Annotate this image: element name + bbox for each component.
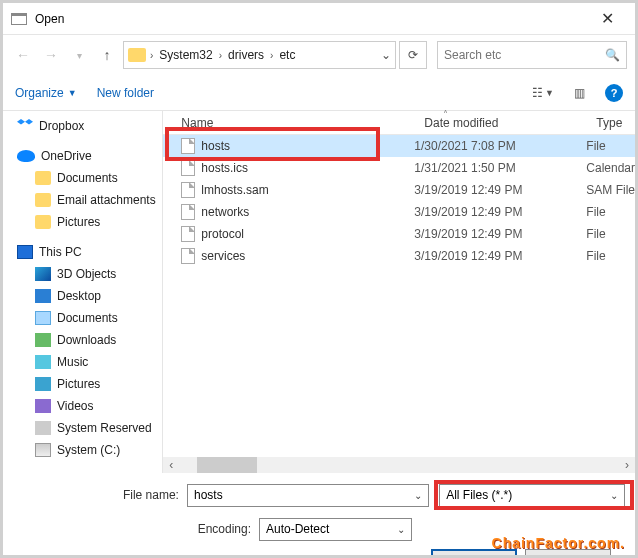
documents-icon [35, 311, 51, 325]
tree-od-documents[interactable]: Documents [3, 167, 162, 189]
file-row[interactable]: hosts1/30/2021 7:08 PMFile [163, 135, 635, 157]
file-type: File [586, 139, 605, 153]
chevron-down-icon[interactable]: ⌄ [397, 524, 405, 535]
file-type: Calendar [586, 161, 635, 175]
window-title: Open [35, 12, 587, 26]
file-row[interactable]: protocol3/19/2019 12:49 PMFile [163, 223, 635, 245]
file-rows: hosts1/30/2021 7:08 PMFilehosts.ics1/31/… [163, 135, 635, 267]
tree-od-pictures[interactable]: Pictures [3, 211, 162, 233]
help-button[interactable]: ? [605, 84, 623, 102]
toolbar: Organize ▼ New folder ☷▼ ▥ ? [3, 75, 635, 111]
watermark: ChainFactor.com. [492, 535, 625, 551]
file-icon [181, 204, 195, 220]
chevron-icon[interactable]: › [219, 50, 222, 61]
view-menu[interactable]: ☷▼ [532, 86, 554, 100]
breadcrumb[interactable]: › System32 › drivers › etc ⌄ [123, 41, 396, 69]
file-date: 1/30/2021 7:08 PM [414, 139, 586, 153]
file-name: networks [201, 205, 414, 219]
path-dropdown[interactable]: ⌄ [381, 48, 391, 62]
tree-3d-objects[interactable]: 3D Objects [3, 263, 162, 285]
file-date: 1/31/2021 1:50 PM [414, 161, 586, 175]
folder-icon [35, 171, 51, 185]
encoding-value: Auto-Detect [266, 522, 397, 536]
tree-dropbox[interactable]: Dropbox [3, 115, 162, 137]
forward-button[interactable]: → [39, 43, 63, 67]
horizontal-scrollbar[interactable]: ‹ › [163, 457, 635, 473]
recent-dropdown[interactable]: ▾ [67, 43, 91, 67]
desktop-icon [35, 289, 51, 303]
sort-indicator-icon: ˄ [443, 109, 448, 120]
file-date: 3/19/2019 12:49 PM [414, 227, 586, 241]
tree-onedrive[interactable]: OneDrive [3, 145, 162, 167]
downloads-icon [35, 333, 51, 347]
close-button[interactable]: ✕ [587, 9, 627, 28]
tree-videos[interactable]: Videos [3, 395, 162, 417]
tree-music[interactable]: Music [3, 351, 162, 373]
search-input[interactable] [444, 48, 605, 62]
folder-icon [128, 48, 146, 62]
tree-pictures[interactable]: Pictures [3, 373, 162, 395]
search-icon[interactable]: 🔍 [605, 48, 620, 62]
file-icon [181, 182, 195, 198]
tree-od-email[interactable]: Email attachments [3, 189, 162, 211]
encoding-label: Encoding: [13, 522, 259, 536]
videos-icon [35, 399, 51, 413]
filename-combo[interactable]: ⌄ [187, 484, 429, 507]
file-name: protocol [201, 227, 414, 241]
file-icon [181, 160, 195, 176]
chevron-down-icon[interactable]: ⌄ [610, 490, 618, 501]
filename-input[interactable] [194, 488, 414, 502]
file-type: File [586, 205, 605, 219]
file-type: SAM File [586, 183, 635, 197]
refresh-button[interactable]: ⟳ [399, 41, 427, 69]
search-box[interactable]: 🔍 [437, 41, 627, 69]
file-name: services [201, 249, 414, 263]
file-type: File [586, 227, 605, 241]
chevron-down-icon[interactable]: ⌄ [414, 490, 422, 501]
folder-icon [35, 215, 51, 229]
tree-desktop[interactable]: Desktop [3, 285, 162, 307]
tree-this-pc[interactable]: This PC [3, 241, 162, 263]
back-button[interactable]: ← [11, 43, 35, 67]
col-name[interactable]: Name [163, 116, 416, 130]
nav-tree[interactable]: Dropbox OneDrive Documents Email attachm… [3, 111, 163, 473]
encoding-combo[interactable]: Auto-Detect ⌄ [259, 518, 412, 541]
drive-icon [35, 443, 51, 457]
scroll-thumb[interactable] [197, 457, 257, 473]
tree-system-reserved[interactable]: System Reserved [3, 417, 162, 439]
col-type[interactable]: Type [588, 116, 635, 130]
file-row[interactable]: lmhosts.sam3/19/2019 12:49 PMSAM File [163, 179, 635, 201]
file-date: 3/19/2019 12:49 PM [414, 249, 586, 263]
file-name: hosts.ics [201, 161, 414, 175]
file-row[interactable]: networks3/19/2019 12:49 PMFile [163, 201, 635, 223]
onedrive-icon [17, 150, 35, 162]
chevron-icon[interactable]: › [150, 50, 153, 61]
scroll-left-icon[interactable]: ‹ [163, 458, 179, 472]
file-icon [181, 138, 195, 154]
crumb-drivers[interactable]: drivers [226, 48, 266, 62]
tree-downloads[interactable]: Downloads [3, 329, 162, 351]
col-date[interactable]: Date modified [416, 116, 588, 130]
app-icon [11, 13, 27, 25]
file-type-filter[interactable]: All Files (*.*) ⌄ [439, 484, 625, 507]
preview-pane-button[interactable]: ▥ [574, 86, 585, 100]
scroll-right-icon[interactable]: › [619, 458, 635, 472]
crumb-system32[interactable]: System32 [157, 48, 214, 62]
music-icon [35, 355, 51, 369]
drive-icon [35, 421, 51, 435]
file-row[interactable]: hosts.ics1/31/2021 1:50 PMCalendar [163, 157, 635, 179]
chevron-icon[interactable]: › [270, 50, 273, 61]
file-name: hosts [201, 139, 414, 153]
new-folder-button[interactable]: New folder [97, 86, 154, 100]
tree-documents[interactable]: Documents [3, 307, 162, 329]
up-button[interactable]: ↑ [95, 43, 119, 67]
crumb-etc[interactable]: etc [277, 48, 297, 62]
tree-system-c[interactable]: System (C:) [3, 439, 162, 461]
file-name: lmhosts.sam [201, 183, 414, 197]
file-row[interactable]: services3/19/2019 12:49 PMFile [163, 245, 635, 267]
main-pane: Dropbox OneDrive Documents Email attachm… [3, 111, 635, 473]
column-headers[interactable]: ˄ Name Date modified Type [163, 111, 635, 135]
pc-icon [17, 245, 33, 259]
filename-label: File name: [13, 488, 187, 502]
organize-menu[interactable]: Organize ▼ [15, 86, 77, 100]
